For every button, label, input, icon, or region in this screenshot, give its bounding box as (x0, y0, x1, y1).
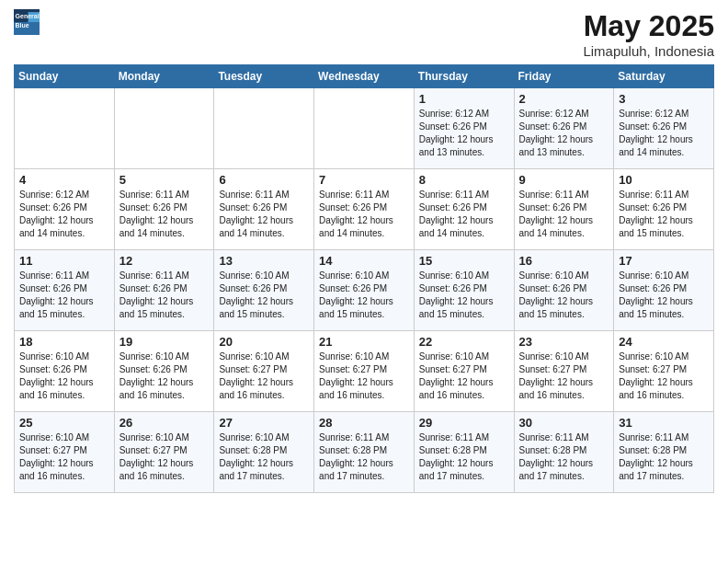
day-info: Sunrise: 6:10 AM Sunset: 6:26 PM Dayligh… (119, 350, 210, 402)
day-header-tuesday: Tuesday (214, 65, 314, 88)
calendar-cell: 21Sunrise: 6:10 AM Sunset: 6:27 PM Dayli… (314, 331, 415, 412)
day-header-sunday: Sunday (15, 65, 115, 88)
calendar-cell: 26Sunrise: 6:10 AM Sunset: 6:27 PM Dayli… (114, 412, 214, 493)
calendar-cell: 28Sunrise: 6:11 AM Sunset: 6:28 PM Dayli… (314, 412, 415, 493)
calendar-cell: 5Sunrise: 6:11 AM Sunset: 6:26 PM Daylig… (114, 169, 214, 250)
day-info: Sunrise: 6:10 AM Sunset: 6:27 PM Dayligh… (219, 350, 309, 402)
calendar-cell: 9Sunrise: 6:11 AM Sunset: 6:26 PM Daylig… (514, 169, 614, 250)
calendar-cell: 16Sunrise: 6:10 AM Sunset: 6:26 PM Dayli… (514, 250, 614, 331)
day-number: 24 (619, 335, 709, 349)
day-info: Sunrise: 6:11 AM Sunset: 6:28 PM Dayligh… (519, 431, 609, 483)
day-info: Sunrise: 6:11 AM Sunset: 6:26 PM Dayligh… (519, 189, 609, 240)
calendar-cell: 10Sunrise: 6:11 AM Sunset: 6:26 PM Dayli… (614, 169, 714, 250)
day-number: 11 (19, 254, 109, 268)
day-info: Sunrise: 6:10 AM Sunset: 6:27 PM Dayligh… (419, 350, 509, 402)
logo: General Blue (14, 9, 40, 35)
calendar-cell (314, 88, 415, 169)
calendar-cell: 13Sunrise: 6:10 AM Sunset: 6:26 PM Dayli… (214, 250, 314, 331)
calendar-cell: 19Sunrise: 6:10 AM Sunset: 6:26 PM Dayli… (114, 331, 214, 412)
day-number: 9 (519, 173, 609, 187)
month-title: May 2025 (583, 9, 714, 43)
day-number: 23 (519, 335, 609, 349)
day-number: 2 (519, 92, 609, 106)
calendar-cell: 27Sunrise: 6:10 AM Sunset: 6:28 PM Dayli… (214, 412, 314, 493)
calendar-cell: 30Sunrise: 6:11 AM Sunset: 6:28 PM Dayli… (514, 412, 614, 493)
calendar-header-row: SundayMondayTuesdayWednesdayThursdayFrid… (15, 65, 714, 88)
day-number: 3 (619, 92, 709, 106)
day-number: 14 (319, 254, 409, 268)
day-number: 26 (119, 416, 210, 430)
day-number: 27 (219, 416, 309, 430)
calendar-cell: 20Sunrise: 6:10 AM Sunset: 6:27 PM Dayli… (214, 331, 314, 412)
day-number: 6 (219, 173, 309, 187)
day-number: 13 (219, 254, 309, 268)
day-number: 8 (419, 173, 509, 187)
title-block: May 2025 Limapuluh, Indonesia (583, 9, 714, 59)
day-info: Sunrise: 6:11 AM Sunset: 6:26 PM Dayligh… (619, 189, 709, 240)
calendar-cell (114, 88, 214, 169)
day-number: 20 (219, 335, 309, 349)
day-info: Sunrise: 6:12 AM Sunset: 6:26 PM Dayligh… (19, 189, 109, 240)
calendar-cell (15, 88, 115, 169)
day-number: 21 (319, 335, 409, 349)
calendar-cell: 22Sunrise: 6:10 AM Sunset: 6:27 PM Dayli… (414, 331, 514, 412)
day-info: Sunrise: 6:11 AM Sunset: 6:26 PM Dayligh… (419, 189, 509, 240)
day-info: Sunrise: 6:10 AM Sunset: 6:27 PM Dayligh… (119, 431, 210, 483)
day-header-thursday: Thursday (414, 65, 514, 88)
day-number: 16 (519, 254, 609, 268)
calendar-cell: 7Sunrise: 6:11 AM Sunset: 6:26 PM Daylig… (314, 169, 415, 250)
day-number: 5 (119, 173, 210, 187)
day-info: Sunrise: 6:10 AM Sunset: 6:27 PM Dayligh… (519, 350, 609, 402)
day-info: Sunrise: 6:11 AM Sunset: 6:28 PM Dayligh… (319, 431, 409, 483)
day-info: Sunrise: 6:11 AM Sunset: 6:26 PM Dayligh… (119, 189, 210, 240)
day-info: Sunrise: 6:12 AM Sunset: 6:26 PM Dayligh… (619, 108, 709, 159)
day-number: 28 (319, 416, 409, 430)
day-info: Sunrise: 6:10 AM Sunset: 6:26 PM Dayligh… (419, 270, 509, 321)
calendar-week-row: 11Sunrise: 6:11 AM Sunset: 6:26 PM Dayli… (15, 250, 714, 331)
page-header: General Blue May 2025 Limapuluh, Indones… (14, 9, 714, 59)
calendar-cell (214, 88, 314, 169)
day-info: Sunrise: 6:12 AM Sunset: 6:26 PM Dayligh… (419, 108, 509, 159)
day-info: Sunrise: 6:11 AM Sunset: 6:26 PM Dayligh… (119, 270, 210, 321)
day-header-wednesday: Wednesday (314, 65, 415, 88)
calendar-body: 1Sunrise: 6:12 AM Sunset: 6:26 PM Daylig… (15, 88, 714, 493)
day-info: Sunrise: 6:11 AM Sunset: 6:26 PM Dayligh… (219, 189, 309, 240)
calendar-cell: 2Sunrise: 6:12 AM Sunset: 6:26 PM Daylig… (514, 88, 614, 169)
day-number: 30 (519, 416, 609, 430)
calendar-cell: 31Sunrise: 6:11 AM Sunset: 6:28 PM Dayli… (614, 412, 714, 493)
svg-text:General: General (16, 13, 40, 19)
day-number: 29 (419, 416, 509, 430)
calendar-cell: 8Sunrise: 6:11 AM Sunset: 6:26 PM Daylig… (414, 169, 514, 250)
calendar-table: SundayMondayTuesdayWednesdayThursdayFrid… (14, 64, 714, 493)
calendar-cell: 1Sunrise: 6:12 AM Sunset: 6:26 PM Daylig… (414, 88, 514, 169)
calendar-cell: 6Sunrise: 6:11 AM Sunset: 6:26 PM Daylig… (214, 169, 314, 250)
calendar-week-row: 1Sunrise: 6:12 AM Sunset: 6:26 PM Daylig… (15, 88, 714, 169)
day-info: Sunrise: 6:10 AM Sunset: 6:26 PM Dayligh… (219, 270, 309, 321)
day-info: Sunrise: 6:10 AM Sunset: 6:27 PM Dayligh… (619, 350, 709, 402)
day-info: Sunrise: 6:11 AM Sunset: 6:28 PM Dayligh… (619, 431, 709, 483)
calendar-cell: 24Sunrise: 6:10 AM Sunset: 6:27 PM Dayli… (614, 331, 714, 412)
day-info: Sunrise: 6:10 AM Sunset: 6:28 PM Dayligh… (219, 431, 309, 483)
location-title: Limapuluh, Indonesia (583, 43, 714, 59)
day-header-monday: Monday (114, 65, 214, 88)
calendar-cell: 29Sunrise: 6:11 AM Sunset: 6:28 PM Dayli… (414, 412, 514, 493)
calendar-cell: 11Sunrise: 6:11 AM Sunset: 6:26 PM Dayli… (15, 250, 115, 331)
calendar-week-row: 4Sunrise: 6:12 AM Sunset: 6:26 PM Daylig… (15, 169, 714, 250)
calendar-cell: 18Sunrise: 6:10 AM Sunset: 6:26 PM Dayli… (15, 331, 115, 412)
calendar-week-row: 18Sunrise: 6:10 AM Sunset: 6:26 PM Dayli… (15, 331, 714, 412)
day-number: 15 (419, 254, 509, 268)
day-number: 31 (619, 416, 709, 430)
day-info: Sunrise: 6:10 AM Sunset: 6:26 PM Dayligh… (519, 270, 609, 321)
calendar-cell: 4Sunrise: 6:12 AM Sunset: 6:26 PM Daylig… (15, 169, 115, 250)
calendar-cell: 15Sunrise: 6:10 AM Sunset: 6:26 PM Dayli… (414, 250, 514, 331)
day-number: 17 (619, 254, 709, 268)
logo-icon: General Blue (14, 9, 40, 35)
day-header-saturday: Saturday (614, 65, 714, 88)
day-number: 12 (119, 254, 210, 268)
calendar-cell: 23Sunrise: 6:10 AM Sunset: 6:27 PM Dayli… (514, 331, 614, 412)
calendar-cell: 17Sunrise: 6:10 AM Sunset: 6:26 PM Dayli… (614, 250, 714, 331)
day-info: Sunrise: 6:10 AM Sunset: 6:26 PM Dayligh… (619, 270, 709, 321)
calendar-week-row: 25Sunrise: 6:10 AM Sunset: 6:27 PM Dayli… (15, 412, 714, 493)
day-info: Sunrise: 6:10 AM Sunset: 6:26 PM Dayligh… (19, 350, 109, 402)
svg-text:Blue: Blue (16, 22, 29, 29)
